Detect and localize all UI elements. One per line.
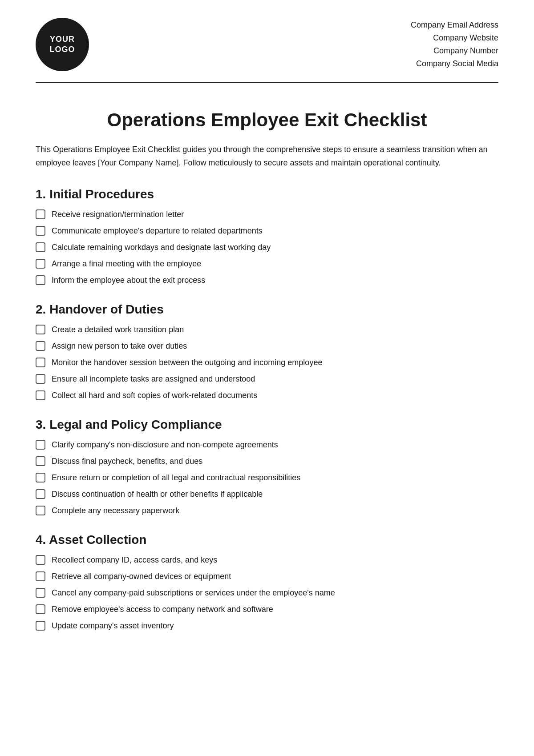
checklist-item: Inform the employee about the exit proce… [36, 274, 498, 286]
checkbox-icon[interactable] [36, 489, 45, 499]
checklist-item-label: Collect all hard and soft copies of work… [52, 390, 257, 402]
checkbox-icon[interactable] [36, 473, 45, 483]
section-3: 3. Legal and Policy ComplianceClarify co… [36, 418, 498, 517]
company-info-item-3: Company Social Media [411, 59, 498, 68]
checkbox-icon[interactable] [36, 275, 45, 285]
page: YOUR LOGO Company Email AddressCompany W… [0, 0, 534, 675]
checkbox-icon[interactable] [36, 440, 45, 450]
checklist-item: Monitor the handover session between the… [36, 357, 498, 369]
logo-line2: LOGO [50, 44, 75, 55]
checklist-item-label: Discuss continuation of health or other … [52, 488, 263, 500]
checklist-item-label: Inform the employee about the exit proce… [52, 274, 205, 286]
checklist-item-label: Discuss final paycheck, benefits, and du… [52, 455, 202, 467]
checkbox-icon[interactable] [36, 555, 45, 565]
main-content: Operations Employee Exit Checklist This … [36, 109, 498, 632]
checklist-item: Create a detailed work transition plan [36, 324, 498, 336]
checklist-item: Clarify company's non-disclosure and non… [36, 439, 498, 451]
logo-line1: YOUR [50, 34, 75, 44]
checklist-item: Cancel any company-paid subscriptions or… [36, 587, 498, 599]
company-info-item-2: Company Number [411, 46, 498, 56]
header: YOUR LOGO Company Email AddressCompany W… [36, 18, 498, 83]
checklist-item-label: Calculate remaining workdays and designa… [52, 241, 271, 253]
checklist-item: Remove employee's access to company netw… [36, 603, 498, 615]
checkbox-icon[interactable] [36, 242, 45, 252]
checklist-item-label: Communicate employee's departure to rela… [52, 225, 263, 237]
checklist-item: Arrange a final meeting with the employe… [36, 258, 498, 270]
checklist-item-label: Receive resignation/termination letter [52, 209, 184, 221]
checklist-item-label: Create a detailed work transition plan [52, 324, 184, 336]
company-info-item-1: Company Website [411, 33, 498, 43]
section-title-3: 3. Legal and Policy Compliance [36, 418, 498, 432]
sections-container: 1. Initial ProceduresReceive resignation… [36, 187, 498, 632]
checklist-item-label: Update company's asset inventory [52, 620, 174, 632]
checkbox-icon[interactable] [36, 325, 45, 334]
checklist-item: Assign new person to take over duties [36, 340, 498, 352]
checklist-item: Discuss continuation of health or other … [36, 488, 498, 500]
checkbox-icon[interactable] [36, 209, 45, 219]
checklist-item-label: Cancel any company-paid subscriptions or… [52, 587, 335, 599]
checkbox-icon[interactable] [36, 390, 45, 400]
checklist-item-label: Ensure return or completion of all legal… [52, 472, 300, 484]
company-info-block: Company Email AddressCompany WebsiteComp… [411, 20, 498, 68]
section-1: 1. Initial ProceduresReceive resignation… [36, 187, 498, 286]
checkbox-icon[interactable] [36, 621, 45, 631]
company-info-item-0: Company Email Address [411, 20, 498, 30]
checklist-1: Receive resignation/termination letterCo… [36, 209, 498, 286]
checklist-item: Update company's asset inventory [36, 620, 498, 632]
section-2: 2. Handover of DutiesCreate a detailed w… [36, 302, 498, 402]
checklist-item: Recollect company ID, access cards, and … [36, 554, 498, 566]
checklist-item: Discuss final paycheck, benefits, and du… [36, 455, 498, 467]
checklist-item-label: Remove employee's access to company netw… [52, 603, 273, 615]
checklist-item: Receive resignation/termination letter [36, 209, 498, 221]
checklist-item-label: Retrieve all company-owned devices or eq… [52, 571, 231, 583]
checklist-item-label: Clarify company's non-disclosure and non… [52, 439, 278, 451]
page-title: Operations Employee Exit Checklist [36, 109, 498, 131]
checklist-item: Complete any necessary paperwork [36, 505, 498, 517]
checkbox-icon[interactable] [36, 226, 45, 236]
checkbox-icon[interactable] [36, 604, 45, 614]
checklist-item: Calculate remaining workdays and designa… [36, 241, 498, 253]
checklist-item-label: Complete any necessary paperwork [52, 505, 179, 517]
checkbox-icon[interactable] [36, 588, 45, 598]
checkbox-icon[interactable] [36, 259, 45, 269]
checklist-item: Communicate employee's departure to rela… [36, 225, 498, 237]
checklist-4: Recollect company ID, access cards, and … [36, 554, 498, 632]
checkbox-icon[interactable] [36, 571, 45, 581]
checklist-item-label: Arrange a final meeting with the employe… [52, 258, 201, 270]
checklist-item: Ensure return or completion of all legal… [36, 472, 498, 484]
checklist-item-label: Monitor the handover session between the… [52, 357, 322, 369]
checklist-item: Ensure all incomplete tasks are assigned… [36, 373, 498, 385]
checkbox-icon[interactable] [36, 341, 45, 351]
checklist-3: Clarify company's non-disclosure and non… [36, 439, 498, 517]
company-logo: YOUR LOGO [36, 18, 89, 71]
section-4: 4. Asset CollectionRecollect company ID,… [36, 533, 498, 632]
checklist-item: Retrieve all company-owned devices or eq… [36, 571, 498, 583]
checkbox-icon[interactable] [36, 374, 45, 384]
checklist-2: Create a detailed work transition planAs… [36, 324, 498, 402]
checkbox-icon[interactable] [36, 506, 45, 515]
checklist-item-label: Assign new person to take over duties [52, 340, 187, 352]
section-title-2: 2. Handover of Duties [36, 302, 498, 317]
checklist-item: Collect all hard and soft copies of work… [36, 390, 498, 402]
description-text: This Operations Employee Exit Checklist … [36, 143, 498, 169]
checklist-item-label: Recollect company ID, access cards, and … [52, 554, 217, 566]
checkbox-icon[interactable] [36, 358, 45, 367]
section-title-4: 4. Asset Collection [36, 533, 498, 547]
section-title-1: 1. Initial Procedures [36, 187, 498, 201]
checkbox-icon[interactable] [36, 456, 45, 466]
checklist-item-label: Ensure all incomplete tasks are assigned… [52, 373, 255, 385]
